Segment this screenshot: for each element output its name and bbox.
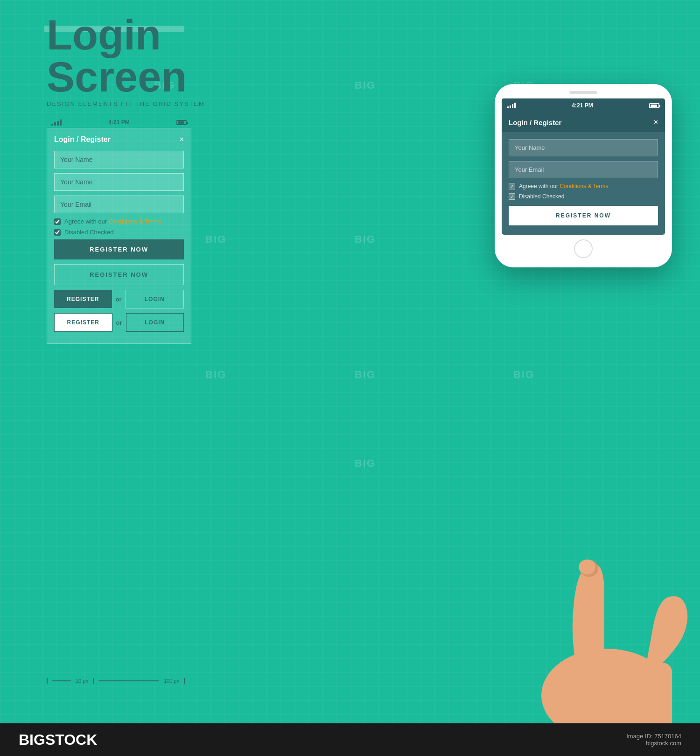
phone-signal-4 [514,103,516,108]
left-panel: 4:21 PM Login / Register × Agreee with o… [47,117,191,344]
hand-illustration [485,499,700,733]
ruler-label-1: 10 px [76,678,88,684]
title-login: Login [47,14,205,56]
phone-wrapper: 4:21 PM Login / Register × ✓ [495,84,672,267]
phone-checkbox-1[interactable]: ✓ [509,183,515,189]
ruler-line-1 [52,680,71,681]
bottom-info: Image ID: 75170164 bigstock.com [626,733,681,747]
site-url: bigstock.com [626,740,681,747]
conditions-link[interactable]: Conditions & Terms [109,218,161,225]
signal-bar-1 [51,124,53,126]
phone-email-input[interactable] [509,161,658,178]
left-form-title: Login / Register [54,135,111,144]
signal-indicator [51,119,62,126]
title-subtitle: DESIGN ELEMENTS FIT THE GRID SYSTEM [47,100,205,107]
left-status-bar: 4:21 PM [47,117,191,128]
left-name-input-2[interactable] [54,173,184,191]
phone-close-button[interactable]: × [654,118,658,126]
left-checkbox-row-2: Disabled Checked [54,229,184,236]
ruler-area: 10 px 100 px [47,678,185,684]
phone-form-title: Login / Register [509,119,561,126]
left-form-header: Login / Register × [54,135,184,144]
phone-register-button[interactable]: REGISTER NOW [509,206,658,225]
phone-form-body: ✓ Agreee with our Conditions & Terms ✓ D… [502,139,665,225]
battery-fill [178,121,184,124]
phone-screen: 4:21 PM Login / Register × ✓ [502,98,665,235]
login-button-outline[interactable]: LOGIN [126,290,184,308]
title-screen: Screen [47,56,205,98]
login-button-green-outline[interactable]: LOGIN [126,313,184,332]
left-checkbox-1-label: Agreee with our Conditions & Terms [64,218,161,225]
register-now-button-primary[interactable]: REGISTER NOW [54,239,184,259]
phone-speaker [569,91,597,94]
phone-checkbox-row-2: ✓ Disabled Checked [509,193,658,200]
phone-battery [649,103,659,108]
battery-icon [176,120,187,125]
ruler-label-2: 100 px [164,678,179,684]
phone-conditions-link: Conditions & Terms [560,183,608,189]
left-email-input[interactable] [54,196,184,213]
register-login-row-1: REGISTER or LOGIN [54,290,184,308]
phone-mockup: 4:21 PM Login / Register × ✓ [495,84,672,267]
signal-bar-3 [57,121,59,126]
register-button-white[interactable]: REGISTER [54,313,112,332]
left-checkbox-2[interactable] [54,229,61,236]
left-name-input-1[interactable] [54,151,184,168]
signal-bar-4 [60,119,62,126]
phone-signal [507,103,516,108]
left-close-button[interactable]: × [180,135,184,144]
left-checkbox-2-label: Disabled Checked [64,229,114,236]
left-checkbox-row-1: Agreee with our Conditions & Terms [54,218,184,225]
signal-bar-2 [54,122,56,126]
title-area: Login Screen DESIGN ELEMENTS FIT THE GRI… [47,14,205,107]
phone-checkbox-row-1: ✓ Agreee with our Conditions & Terms [509,183,658,189]
phone-signal-1 [507,106,509,108]
phone-checkbox-2[interactable]: ✓ [509,193,515,200]
phone-name-input[interactable] [509,139,658,156]
phone-checkmark-2: ✓ [510,194,514,199]
hand-base [579,663,672,733]
ruler-tick-right [184,678,185,684]
status-time: 4:21 PM [108,119,129,126]
register-button-dark[interactable]: REGISTER [54,290,112,308]
phone-signal-3 [512,104,513,108]
bottom-brand: BIGSTOCK [19,731,97,749]
ruler-tick-left [47,678,48,684]
register-login-row-2: REGISTER or LOGIN [54,313,184,332]
phone-battery-nub [659,105,660,107]
phone-checkmark-1: ✓ [510,184,514,189]
ruler-line-2 [98,680,159,681]
bottom-bar: BIGSTOCK Image ID: 75170164 bigstock.com [0,723,700,756]
hand-finger [573,563,604,677]
phone-form-header: Login / Register × [502,112,665,132]
phone-time: 4:21 PM [572,102,593,109]
ruler-tick-mid [93,678,94,684]
register-now-button-outline[interactable]: REGISTER NOW [54,264,184,285]
or-text-1: or [116,296,122,303]
image-id: Image ID: 75170164 [626,733,681,740]
or-text-2: or [116,319,122,326]
phone-home-button[interactable] [574,239,593,258]
left-checkbox-1[interactable] [54,218,61,225]
phone-battery-fill [651,105,657,107]
fingertip [579,560,595,574]
left-form-panel: Login / Register × Agreee with our Condi… [47,128,191,344]
phone-checkbox-2-label: Disabled Checked [519,193,564,200]
hand-svg [485,499,700,733]
phone-checkbox-1-label: Agreee with our Conditions & Terms [519,183,608,189]
phone-status-bar: 4:21 PM [502,98,665,112]
phone-signal-2 [510,105,511,108]
